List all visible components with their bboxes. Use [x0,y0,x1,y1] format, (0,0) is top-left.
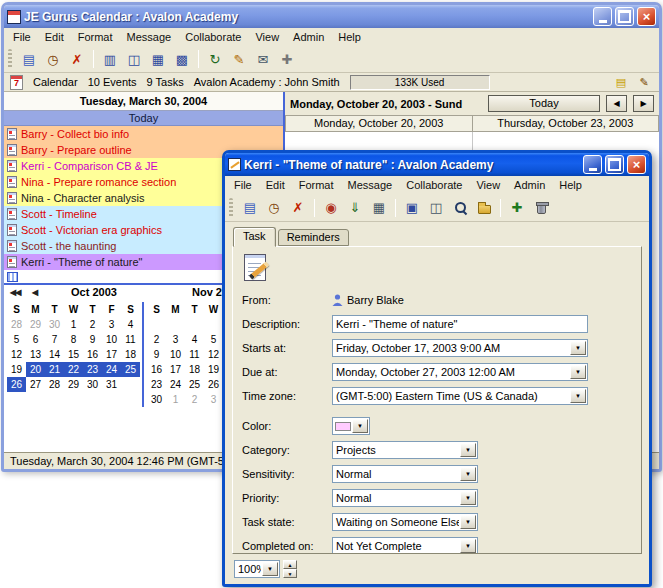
calendar-day[interactable]: 2 [185,392,204,407]
category-select[interactable]: Projects ▼ [332,441,478,459]
calendar-day[interactable]: 23 [83,362,102,377]
preview-icon[interactable]: ◫ [424,197,448,219]
chevron-down-icon[interactable]: ▼ [570,341,586,355]
calendar-back-button[interactable]: ◀ [32,288,37,297]
calendar-day[interactable]: 7 [45,332,64,347]
calendar-day[interactable]: 24 [166,377,185,392]
task-state-select[interactable]: Waiting on Someone Else ▼ [332,513,478,531]
maximize-button[interactable] [605,155,624,174]
tools-icon[interactable]: ✚ [275,48,299,70]
next-day-button[interactable]: ▶ [633,95,654,112]
edit-icon[interactable]: ✎ [227,48,251,70]
minimize-button[interactable] [593,7,612,26]
calendar-day[interactable]: 30 [147,392,166,407]
add-person-icon[interactable]: ✚ [505,197,529,219]
calendar-day[interactable]: 3 [166,332,185,347]
calendar-day[interactable]: 26 [7,377,26,392]
calendar-day[interactable]: 18 [121,347,140,362]
menu-item-view[interactable]: View [469,177,507,193]
calendar-grid-icon[interactable] [7,272,18,282]
calendar-day[interactable]: 19 [7,362,26,377]
menu-item-edit[interactable]: Edit [259,177,292,193]
calendar-day[interactable]: 30 [45,317,64,332]
maximize-button[interactable] [615,7,634,26]
minimize-button[interactable] [583,155,602,174]
calendar-day[interactable]: 3 [204,392,223,407]
calendar-day[interactable]: 25 [185,377,204,392]
menu-item-view[interactable]: View [248,29,286,45]
description-input[interactable] [332,315,588,333]
task-row[interactable]: Barry - Collect bio info [4,126,283,142]
reminder-clock-icon[interactable]: ◷ [262,197,286,219]
calendar-day[interactable]: 27 [26,377,45,392]
calendar-day[interactable]: 5 [7,332,26,347]
timezone-select[interactable]: (GMT-5:00) Eastern Time (US & Canada) ▼ [332,387,588,405]
tab-reminders[interactable]: Reminders [278,229,349,246]
calendar-day[interactable]: 1 [166,392,185,407]
chevron-down-icon[interactable]: ▼ [570,389,586,403]
task-titlebar[interactable]: Kerri - "Theme of nature" : Avalon Acade… [225,153,649,176]
calendar-day[interactable]: 2 [147,332,166,347]
chevron-down-icon[interactable]: ▼ [352,419,368,433]
day-column-header[interactable]: Thursday, October 23, 2003 [473,115,660,132]
priority-select[interactable]: Normal ▼ [332,489,478,507]
trash-icon[interactable] [529,197,553,219]
calendar-day[interactable]: 23 [147,377,166,392]
menu-item-edit[interactable]: Edit [38,29,71,45]
calendar-day[interactable]: 11 [121,332,140,347]
week-view-icon[interactable]: ▦ [146,48,170,70]
calendar-day[interactable]: 25 [121,362,140,377]
calendar-day[interactable]: 1 [64,317,83,332]
calendar-day[interactable]: 3 [102,317,121,332]
menu-item-file[interactable]: File [6,29,38,45]
chevron-down-icon[interactable]: ▼ [460,443,476,457]
chevron-down-icon[interactable]: ▼ [460,515,476,529]
calendar-day[interactable]: 9 [147,347,166,362]
menu-item-admin[interactable]: Admin [507,177,552,193]
sensitivity-select[interactable]: Normal ▼ [332,465,478,483]
completed-on-select[interactable]: Not Yet Complete ▼ [332,537,478,554]
menu-item-file[interactable]: File [227,177,259,193]
color-select[interactable]: ▼ [332,417,370,435]
calendar-day[interactable] [166,317,185,332]
toolbar-grip[interactable] [8,49,12,69]
calendar-day[interactable]: 18 [185,362,204,377]
chevron-down-icon[interactable]: ▼ [570,365,586,379]
menu-item-message[interactable]: Message [120,29,179,45]
calendar-day[interactable]: 21 [45,362,64,377]
menu-item-admin[interactable]: Admin [286,29,331,45]
menu-item-help[interactable]: Help [331,29,368,45]
pencil-icon[interactable]: ✎ [635,74,653,90]
new-event-icon[interactable]: ▤ [17,48,41,70]
chevron-down-icon[interactable]: ▼ [460,467,476,481]
menu-item-collaborate[interactable]: Collaborate [178,29,248,45]
spinner-up-button[interactable]: ▲ [283,560,297,569]
calendar-day[interactable]: 5 [204,332,223,347]
tab-task[interactable]: Task [233,227,276,247]
calendar-day[interactable]: 16 [147,362,166,377]
calendar-day[interactable]: 12 [7,347,26,362]
calendar-day[interactable] [185,317,204,332]
prev-day-button[interactable]: ◀ [606,95,627,112]
today-button[interactable]: Today [488,95,600,112]
chevron-down-icon[interactable]: ▼ [262,562,278,576]
save-icon[interactable]: ⇓ [343,197,367,219]
day-column-header[interactable]: Monday, October 20, 2003 [285,115,473,132]
starts-at-select[interactable]: Friday, October 17, 2003 9:00 AM ▼ [332,339,588,357]
calendar-day[interactable] [204,317,223,332]
menu-item-message[interactable]: Message [341,177,400,193]
calendar-day[interactable]: 24 [102,362,121,377]
calendar-day[interactable]: 29 [26,317,45,332]
goto-date-icon[interactable]: ↻ [203,48,227,70]
seal-icon[interactable]: ◉ [319,197,343,219]
calendar-day[interactable]: 12 [204,347,223,362]
month-view-icon[interactable]: ▩ [170,48,194,70]
zoom-select[interactable]: 100% ▼ [234,560,280,578]
menu-item-format[interactable]: Format [292,177,341,193]
calendar-day[interactable] [147,317,166,332]
calendar-day[interactable]: 29 [64,377,83,392]
copy-icon[interactable]: ▣ [400,197,424,219]
calendar-day[interactable]: 17 [102,347,121,362]
main-titlebar[interactable]: JE Gurus Calendar : Avalon Academy × [4,5,659,28]
delete-event-icon[interactable]: ✗ [65,48,89,70]
